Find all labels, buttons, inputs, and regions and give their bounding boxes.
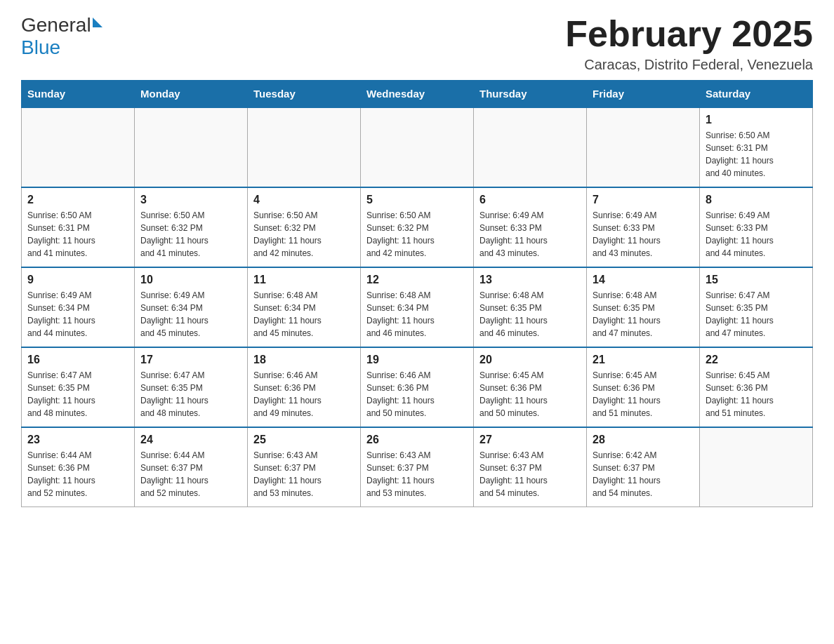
- day-number: 22: [706, 354, 807, 366]
- calendar-cell: 10Sunrise: 6:49 AM Sunset: 6:34 PM Dayli…: [135, 267, 248, 347]
- calendar-cell: 16Sunrise: 6:47 AM Sunset: 6:35 PM Dayli…: [22, 347, 135, 427]
- day-info: Sunrise: 6:50 AM Sunset: 6:32 PM Dayligh…: [253, 209, 355, 260]
- calendar-cell: 22Sunrise: 6:45 AM Sunset: 6:36 PM Dayli…: [700, 347, 813, 427]
- day-of-week-header: Monday: [135, 81, 248, 108]
- calendar-week-row: 16Sunrise: 6:47 AM Sunset: 6:35 PM Dayli…: [22, 347, 813, 427]
- day-of-week-header: Saturday: [700, 81, 813, 108]
- day-number: 23: [27, 434, 128, 446]
- day-info: Sunrise: 6:46 AM Sunset: 6:36 PM Dayligh…: [253, 369, 355, 420]
- calendar-cell: [361, 107, 474, 187]
- day-number: 20: [479, 354, 581, 366]
- day-info: Sunrise: 6:48 AM Sunset: 6:34 PM Dayligh…: [253, 289, 355, 340]
- calendar-cell: 3Sunrise: 6:50 AM Sunset: 6:32 PM Daylig…: [135, 187, 248, 267]
- day-number: 7: [593, 194, 694, 206]
- calendar-cell: 11Sunrise: 6:48 AM Sunset: 6:34 PM Dayli…: [248, 267, 361, 347]
- day-number: 9: [27, 274, 128, 286]
- day-number: 16: [27, 354, 128, 366]
- calendar-cell: 13Sunrise: 6:48 AM Sunset: 6:35 PM Dayli…: [474, 267, 587, 347]
- day-info: Sunrise: 6:47 AM Sunset: 6:35 PM Dayligh…: [706, 289, 807, 340]
- day-info: Sunrise: 6:49 AM Sunset: 6:34 PM Dayligh…: [27, 289, 128, 340]
- day-number: 4: [253, 194, 355, 206]
- calendar-week-row: 9Sunrise: 6:49 AM Sunset: 6:34 PM Daylig…: [22, 267, 813, 347]
- logo: General Blue: [21, 14, 102, 59]
- calendar-cell: 14Sunrise: 6:48 AM Sunset: 6:35 PM Dayli…: [587, 267, 700, 347]
- calendar-week-row: 2Sunrise: 6:50 AM Sunset: 6:31 PM Daylig…: [22, 187, 813, 267]
- day-number: 10: [140, 274, 241, 286]
- day-info: Sunrise: 6:43 AM Sunset: 6:37 PM Dayligh…: [366, 449, 468, 499]
- calendar-cell: 4Sunrise: 6:50 AM Sunset: 6:32 PM Daylig…: [248, 187, 361, 267]
- calendar-cell: 24Sunrise: 6:44 AM Sunset: 6:37 PM Dayli…: [135, 427, 248, 507]
- page-header: General Blue February 2025 Caracas, Dist…: [21, 14, 813, 73]
- calendar-cell: 26Sunrise: 6:43 AM Sunset: 6:37 PM Dayli…: [361, 427, 474, 507]
- day-of-week-header: Wednesday: [361, 81, 474, 108]
- day-number: 18: [253, 354, 355, 366]
- calendar-cell: [700, 427, 813, 507]
- day-number: 27: [479, 434, 581, 446]
- calendar-cell: 6Sunrise: 6:49 AM Sunset: 6:33 PM Daylig…: [474, 187, 587, 267]
- day-info: Sunrise: 6:43 AM Sunset: 6:37 PM Dayligh…: [253, 449, 355, 499]
- calendar-header-row: SundayMondayTuesdayWednesdayThursdayFrid…: [22, 81, 813, 108]
- calendar-cell: 25Sunrise: 6:43 AM Sunset: 6:37 PM Dayli…: [248, 427, 361, 507]
- day-of-week-header: Tuesday: [248, 81, 361, 108]
- logo-general-text: General: [21, 14, 91, 36]
- day-info: Sunrise: 6:45 AM Sunset: 6:36 PM Dayligh…: [593, 369, 694, 420]
- day-info: Sunrise: 6:43 AM Sunset: 6:37 PM Dayligh…: [479, 449, 581, 499]
- day-number: 28: [593, 434, 694, 446]
- calendar-table: SundayMondayTuesdayWednesdayThursdayFrid…: [21, 80, 813, 507]
- day-number: 2: [27, 194, 128, 206]
- day-number: 24: [140, 434, 241, 446]
- day-info: Sunrise: 6:50 AM Sunset: 6:32 PM Dayligh…: [366, 209, 468, 260]
- day-number: 13: [479, 274, 581, 286]
- day-number: 14: [593, 274, 694, 286]
- calendar-cell: [22, 107, 135, 187]
- day-info: Sunrise: 6:47 AM Sunset: 6:35 PM Dayligh…: [140, 369, 241, 420]
- day-info: Sunrise: 6:44 AM Sunset: 6:36 PM Dayligh…: [27, 449, 128, 499]
- calendar-week-row: 23Sunrise: 6:44 AM Sunset: 6:36 PM Dayli…: [22, 427, 813, 507]
- day-info: Sunrise: 6:50 AM Sunset: 6:31 PM Dayligh…: [706, 129, 807, 180]
- calendar-cell: 9Sunrise: 6:49 AM Sunset: 6:34 PM Daylig…: [22, 267, 135, 347]
- day-number: 1: [706, 114, 807, 126]
- day-info: Sunrise: 6:44 AM Sunset: 6:37 PM Dayligh…: [140, 449, 241, 499]
- day-number: 6: [479, 194, 581, 206]
- day-info: Sunrise: 6:46 AM Sunset: 6:36 PM Dayligh…: [366, 369, 468, 420]
- calendar-cell: [248, 107, 361, 187]
- calendar-cell: 28Sunrise: 6:42 AM Sunset: 6:37 PM Dayli…: [587, 427, 700, 507]
- calendar-week-row: 1Sunrise: 6:50 AM Sunset: 6:31 PM Daylig…: [22, 107, 813, 187]
- calendar-cell: 20Sunrise: 6:45 AM Sunset: 6:36 PM Dayli…: [474, 347, 587, 427]
- calendar-cell: 18Sunrise: 6:46 AM Sunset: 6:36 PM Dayli…: [248, 347, 361, 427]
- calendar-cell: 17Sunrise: 6:47 AM Sunset: 6:35 PM Dayli…: [135, 347, 248, 427]
- calendar-cell: 27Sunrise: 6:43 AM Sunset: 6:37 PM Dayli…: [474, 427, 587, 507]
- calendar-cell: 23Sunrise: 6:44 AM Sunset: 6:36 PM Dayli…: [22, 427, 135, 507]
- day-of-week-header: Sunday: [22, 81, 135, 108]
- day-info: Sunrise: 6:48 AM Sunset: 6:35 PM Dayligh…: [479, 289, 581, 340]
- calendar-cell: [135, 107, 248, 187]
- day-info: Sunrise: 6:47 AM Sunset: 6:35 PM Dayligh…: [27, 369, 128, 420]
- day-number: 17: [140, 354, 241, 366]
- day-number: 11: [253, 274, 355, 286]
- calendar-cell: 5Sunrise: 6:50 AM Sunset: 6:32 PM Daylig…: [361, 187, 474, 267]
- calendar-cell: 19Sunrise: 6:46 AM Sunset: 6:36 PM Dayli…: [361, 347, 474, 427]
- day-number: 3: [140, 194, 241, 206]
- day-info: Sunrise: 6:48 AM Sunset: 6:35 PM Dayligh…: [593, 289, 694, 340]
- day-number: 8: [706, 194, 807, 206]
- logo-blue-text: Blue: [21, 36, 60, 59]
- day-info: Sunrise: 6:48 AM Sunset: 6:34 PM Dayligh…: [366, 289, 468, 340]
- day-info: Sunrise: 6:49 AM Sunset: 6:33 PM Dayligh…: [479, 209, 581, 260]
- day-info: Sunrise: 6:42 AM Sunset: 6:37 PM Dayligh…: [593, 449, 694, 499]
- calendar-cell: 2Sunrise: 6:50 AM Sunset: 6:31 PM Daylig…: [22, 187, 135, 267]
- day-of-week-header: Thursday: [474, 81, 587, 108]
- day-info: Sunrise: 6:49 AM Sunset: 6:34 PM Dayligh…: [140, 289, 241, 340]
- day-info: Sunrise: 6:45 AM Sunset: 6:36 PM Dayligh…: [706, 369, 807, 420]
- day-number: 26: [366, 434, 468, 446]
- day-of-week-header: Friday: [587, 81, 700, 108]
- day-number: 21: [593, 354, 694, 366]
- title-block: February 2025 Caracas, Distrito Federal,…: [565, 14, 813, 73]
- location-subtitle: Caracas, Distrito Federal, Venezuela: [565, 57, 813, 73]
- day-info: Sunrise: 6:49 AM Sunset: 6:33 PM Dayligh…: [593, 209, 694, 260]
- day-number: 25: [253, 434, 355, 446]
- calendar-cell: 1Sunrise: 6:50 AM Sunset: 6:31 PM Daylig…: [700, 107, 813, 187]
- day-number: 12: [366, 274, 468, 286]
- day-info: Sunrise: 6:50 AM Sunset: 6:31 PM Dayligh…: [27, 209, 128, 260]
- month-title: February 2025: [565, 14, 813, 54]
- calendar-cell: 12Sunrise: 6:48 AM Sunset: 6:34 PM Dayli…: [361, 267, 474, 347]
